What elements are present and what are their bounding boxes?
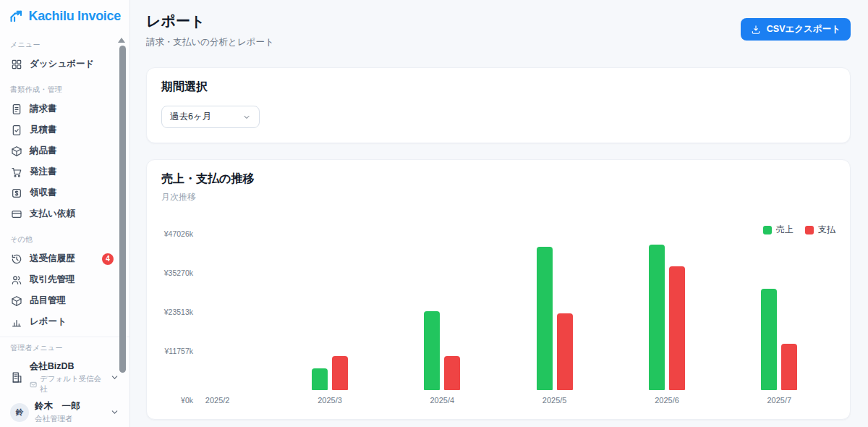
user-name: 鈴木 一郎 (35, 400, 104, 413)
sidebar-item-label: 見積書 (30, 124, 57, 136)
user-role: 会社管理者 (35, 414, 73, 424)
csv-export-button[interactable]: CSVエクスポート (741, 18, 851, 41)
sidebar-item-delivery-notes[interactable]: 納品書 (0, 140, 129, 161)
receipt-icon (10, 187, 22, 199)
scrollbar-thumb[interactable] (119, 46, 126, 373)
y-axis-tick: ¥23513k (161, 308, 193, 316)
sidebar-item-dashboard[interactable]: ダッシュボード (0, 54, 129, 75)
sidebar-item-clients[interactable]: 取引先管理 (0, 269, 129, 290)
purchase-order-icon (10, 166, 22, 178)
app-logo[interactable]: Kachilu Invoice (0, 0, 129, 30)
sidebar-item-label: 送受信履歴 (30, 253, 75, 265)
y-axis-tick: ¥0k (161, 396, 193, 405)
y-axis-tick: ¥35270k (161, 269, 193, 277)
sidebar-nav: メニュー ダッシュボード 書類作成・管理 請求書 見積書 納品書 発注書 領収書 (0, 30, 129, 337)
sidebar-item-items[interactable]: 品目管理 (0, 290, 129, 311)
logo-icon (9, 8, 24, 24)
bar-支払 (781, 344, 797, 390)
avatar: 鈴 (10, 403, 29, 422)
sidebar-item-label: ダッシュボード (30, 58, 94, 70)
sidebar-item-label: 取引先管理 (30, 274, 75, 286)
bar-group (424, 234, 460, 390)
chevron-down-icon (110, 373, 119, 382)
chart-card: 売上・支払の推移 月次推移 売上支払 ¥11757k¥23513k¥35270k… (146, 159, 851, 420)
y-axis-tick: ¥47026k (161, 229, 193, 238)
sidebar-item-quotes[interactable]: 見積書 (0, 119, 129, 140)
sidebar-item-send-receive-history[interactable]: 送受信履歴 4 (0, 248, 129, 269)
clients-icon (10, 274, 22, 286)
invoice-icon (10, 103, 22, 115)
y-axis-tick: ¥11757k (161, 347, 193, 355)
building-icon (10, 371, 24, 385)
logo-text: Kachilu Invoice (28, 9, 121, 24)
bar-売上 (312, 368, 328, 390)
chart-subtitle: 月次推移 (161, 191, 835, 203)
legend-swatch (805, 226, 814, 234)
bar-売上 (649, 245, 665, 390)
sidebar-item-label: 品目管理 (30, 295, 66, 307)
mail-icon (30, 381, 37, 389)
history-icon (10, 253, 22, 265)
admin-menu: 管理者メニュー 会社BizDB デフォルト受信会社 鈴 鈴木 一郎 会社管理者 (0, 337, 129, 427)
quote-icon (10, 124, 22, 136)
nav-section-label: その他 (10, 234, 119, 245)
sidebar-item-members[interactable]: 会社メンバー (0, 332, 129, 337)
bar-支払 (557, 313, 573, 390)
x-axis-label: 2025/2 (205, 396, 230, 405)
payment-request-icon (10, 208, 22, 220)
sidebar-item-label: 領収書 (30, 187, 57, 199)
chevron-down-icon (242, 113, 251, 122)
bar-group (537, 234, 573, 390)
sidebar-item-reports[interactable]: レポート (0, 311, 129, 332)
period-select-card: 期間選択 過去6ヶ月 (146, 67, 851, 143)
bar-支払 (444, 356, 460, 390)
bar-group (312, 234, 348, 390)
bar-売上 (537, 247, 553, 390)
period-dropdown[interactable]: 過去6ヶ月 (161, 106, 260, 128)
reports-icon (10, 316, 22, 328)
bar-group (761, 234, 797, 390)
sidebar-item-invoices[interactable]: 請求書 (0, 98, 129, 119)
chart-title: 売上・支払の推移 (161, 172, 835, 187)
bar-group (649, 234, 685, 390)
sidebar-item-label: レポート (30, 316, 67, 328)
sidebar-item-label: 請求書 (30, 103, 57, 115)
scrollbar-up-arrow[interactable] (118, 38, 125, 43)
bar-支払 (332, 356, 348, 390)
user-menu[interactable]: 鈴 鈴木 一郎 会社管理者 (7, 397, 122, 427)
page-title: レポート (146, 12, 274, 31)
nav-section-label: メニュー (10, 40, 119, 50)
main-content: レポート 請求・支払いの分析とレポート CSVエクスポート 期間選択 過去6ヶ月… (130, 0, 868, 427)
period-dropdown-value: 過去6ヶ月 (170, 111, 211, 123)
x-axis-label: 2025/4 (430, 396, 455, 405)
sidebar-item-payment-requests[interactable]: 支払い依頼 (0, 203, 129, 224)
items-icon (10, 295, 22, 307)
nav-section-label: 書類作成・管理 (10, 85, 119, 95)
company-role: デフォルト受信会社 (40, 374, 104, 394)
admin-menu-label: 管理者メニュー (10, 343, 119, 353)
sidebar: Kachilu Invoice メニュー ダッシュボード 書類作成・管理 請求書… (0, 0, 130, 427)
page-subtitle: 請求・支払いの分析とレポート (146, 36, 274, 48)
sidebar-item-label: 発注書 (30, 166, 57, 178)
sidebar-item-label: 納品書 (30, 145, 57, 157)
sidebar-item-receipts[interactable]: 領収書 (0, 182, 129, 203)
delivery-icon (10, 145, 22, 157)
period-card-title: 期間選択 (161, 80, 835, 95)
company-name: 会社BizDB (30, 360, 104, 373)
x-axis-label: 2025/3 (318, 396, 342, 405)
chevron-down-icon (110, 407, 119, 417)
company-switcher[interactable]: 会社BizDB デフォルト受信会社 (7, 358, 122, 397)
bar-売上 (424, 311, 440, 390)
dashboard-icon (10, 58, 22, 70)
bar-支払 (669, 266, 685, 390)
notification-badge: 4 (102, 253, 114, 265)
x-axis-label: 2025/6 (655, 396, 679, 405)
csv-export-label: CSVエクスポート (767, 23, 841, 35)
chart-x-labels: 2025/22025/32025/42025/52025/62025/7 (161, 396, 835, 407)
bar-売上 (761, 289, 777, 390)
x-axis-label: 2025/5 (542, 396, 567, 405)
download-icon (751, 25, 761, 35)
sidebar-item-purchase-orders[interactable]: 発注書 (0, 161, 129, 182)
x-axis-label: 2025/7 (767, 396, 792, 405)
legend-swatch (763, 226, 772, 234)
